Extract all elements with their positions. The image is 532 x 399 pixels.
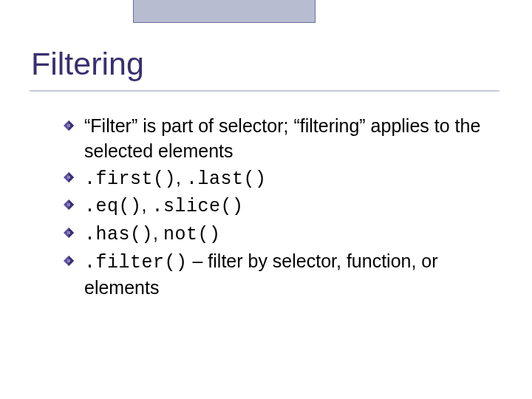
list-item-code-b: .last() [186,168,267,190]
diamond-bullet-icon [64,256,74,266]
list-item-code-a: .has() [84,224,153,245]
svg-marker-8 [67,203,70,206]
diamond-bullet-icon [64,120,74,131]
list-item: “Filter” is part of selector; “filtering… [66,114,488,164]
list-item-code-b: not() [163,224,221,245]
list-item: .filter() – filter by selector, function… [66,249,488,301]
list-item: .eq(), .slice() [66,193,488,219]
slide-body: “Filter” is part of selector; “filtering… [66,114,488,301]
list-item-code-a: .eq() [84,196,142,217]
list-item: .has(), not() [66,221,488,248]
slide: Filtering “Filter” is part of selector; … [0,0,532,399]
list-item-text: “Filter” is part of selector; “filtering… [84,115,480,161]
diamond-bullet-icon [64,200,74,210]
list-item-code-a: .first() [84,168,176,190]
svg-marker-14 [67,259,70,262]
topbar-decoration [133,0,316,23]
svg-marker-2 [67,124,70,127]
list-item-sep: , [153,222,163,243]
list-item-code-a: .filter() [84,252,188,273]
diamond-bullet-icon [64,172,74,183]
diamond-bullet-icon [64,228,74,238]
divider [30,90,499,92]
list-item: .first(), .last() [66,166,488,192]
list-item-sep: , [176,167,186,188]
list-item-sep: , [142,194,152,215]
svg-marker-11 [67,231,70,234]
svg-marker-5 [67,176,70,179]
slide-title: Filtering [31,46,144,82]
list-item-code-b: .slice() [151,196,243,217]
